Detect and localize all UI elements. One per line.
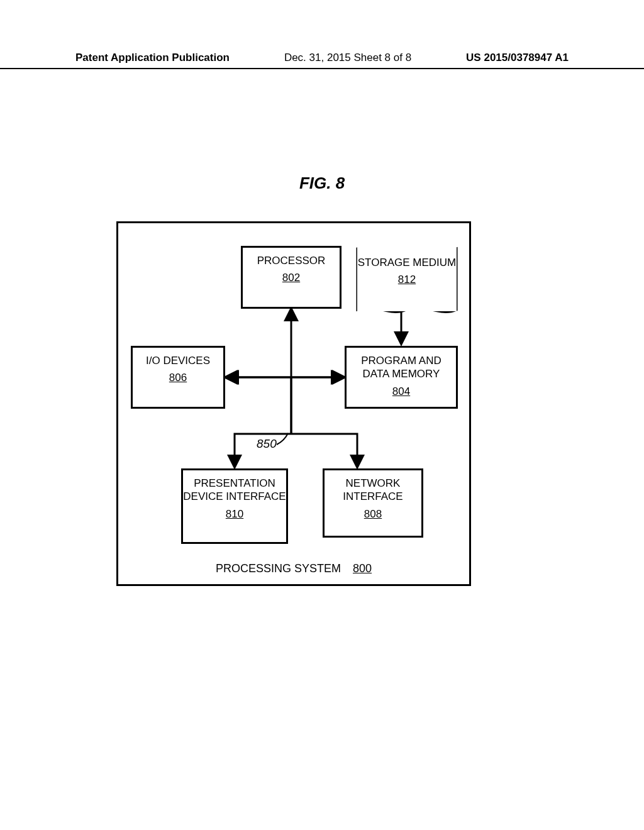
node-storage-label: STORAGE MEDIUM [358, 257, 456, 268]
node-storage-ref: 812 [357, 273, 457, 286]
processing-system-box: PROCESSOR 802 STORAGE MEDIUM 812 I/O DEV… [116, 221, 471, 586]
header-pub-number: US 2015/0378947 A1 [466, 52, 569, 64]
node-memory-label: PROGRAM AND DATA MEMORY [361, 355, 441, 380]
node-processor: PROCESSOR 802 [241, 246, 341, 309]
system-caption-ref: 800 [353, 562, 372, 575]
interconnect-ref-label: 850 [257, 437, 277, 451]
node-processor-ref: 802 [243, 271, 340, 284]
system-caption-label: PROCESSING SYSTEM [216, 562, 341, 575]
node-present-ref: 810 [183, 507, 286, 521]
system-caption: PROCESSING SYSTEM 800 [118, 562, 469, 575]
node-io-ref: 806 [133, 371, 223, 384]
page-header: Patent Application Publication Dec. 31, … [0, 52, 644, 69]
node-network-interface: NETWORK INTERFACE 808 [323, 468, 423, 538]
node-storage-medium: STORAGE MEDIUM 812 [357, 242, 457, 311]
header-publication: Patent Application Publication [75, 52, 230, 64]
node-program-data-memory: PROGRAM AND DATA MEMORY 804 [345, 346, 458, 409]
node-processor-label: PROCESSOR [257, 255, 326, 267]
figure-title: FIG. 8 [0, 174, 644, 193]
node-io-label: I/O DEVICES [146, 355, 210, 367]
node-present-label: PRESENTATION DEVICE INTERFACE [183, 477, 286, 502]
page: Patent Application Publication Dec. 31, … [0, 0, 644, 830]
node-presentation-device-interface: PRESENTATION DEVICE INTERFACE 810 [181, 468, 288, 544]
header-date-sheet: Dec. 31, 2015 Sheet 8 of 8 [284, 52, 411, 64]
node-network-label: NETWORK INTERFACE [343, 477, 402, 502]
node-memory-ref: 804 [347, 385, 456, 398]
node-io-devices: I/O DEVICES 806 [131, 346, 225, 409]
node-network-ref: 808 [325, 507, 421, 521]
